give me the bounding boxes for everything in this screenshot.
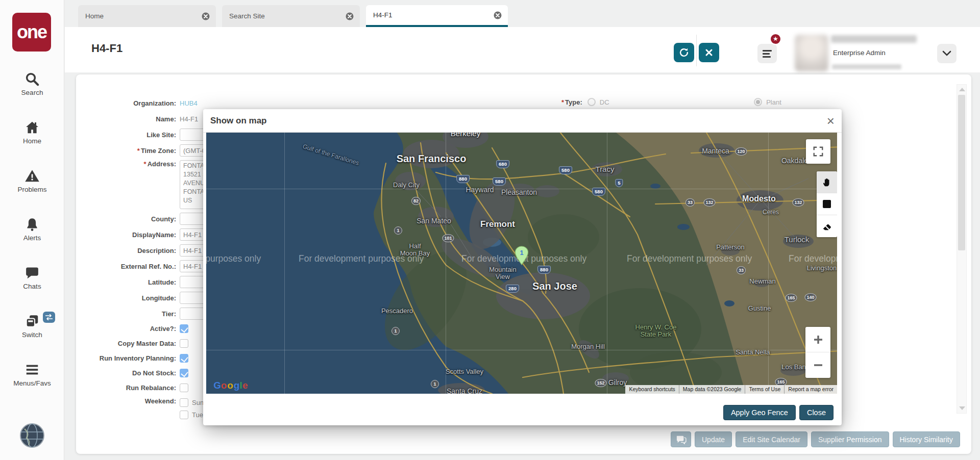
map-fullscreen-button[interactable]	[806, 139, 830, 164]
google-logo[interactable]: Google	[213, 380, 248, 391]
type-option-dc[interactable]: DC	[587, 98, 609, 106]
scroll-down-arrow[interactable]	[959, 406, 965, 410]
bell-icon	[24, 217, 40, 232]
scrollbar-thumb[interactable]	[958, 95, 965, 250]
update-button[interactable]: Update	[695, 431, 732, 447]
sidebar: one SearchHomeProblemsAlertsChatsSwitchM…	[0, 0, 64, 460]
tuesday-checkbox[interactable]	[180, 411, 188, 419]
radio-plant[interactable]	[754, 98, 762, 106]
map-label: Gustine	[748, 305, 771, 312]
tab-close-icon[interactable]	[494, 11, 502, 19]
chevron-down-icon	[942, 50, 951, 57]
switch-icon	[24, 314, 40, 329]
route-shield: 165	[785, 294, 797, 302]
route-shield: 152	[595, 379, 606, 387]
field-row-organization: Organization:HUB4	[82, 97, 255, 109]
comments-button[interactable]	[671, 431, 691, 447]
field-label: *Time Zone:	[82, 147, 176, 155]
sidebar-item-problems[interactable]: Problems	[0, 164, 64, 193]
zoom-out-button[interactable]	[805, 352, 830, 378]
one-network-logo[interactable]: one	[12, 13, 51, 52]
map-gridline	[446, 133, 446, 394]
svg-text:1: 1	[520, 249, 523, 257]
sidebar-item-chats[interactable]: Chats	[0, 261, 64, 290]
hamburger-icon	[762, 48, 773, 59]
field-label: Run Inventory Planning:	[82, 354, 176, 362]
sidebar-item-alerts[interactable]: Alerts	[0, 213, 64, 242]
attribution-link[interactable]: Map data ©2023 Google	[679, 385, 745, 394]
map-label: Modesto	[742, 194, 776, 203]
sunday-checkbox[interactable]	[180, 398, 188, 407]
notifications-menu-button[interactable]	[757, 44, 777, 63]
map-watermark: For development purposes only	[627, 253, 752, 264]
route-shield: 132	[792, 198, 804, 207]
map-label: Newman	[749, 278, 775, 285]
user-org-redacted	[832, 64, 901, 69]
search-icon	[24, 71, 40, 87]
name-value: H4-F1	[180, 115, 198, 123]
dialog-footer: Apply Geo Fence Close	[203, 394, 842, 425]
copy-master-data-checkbox[interactable]	[180, 339, 188, 348]
map-gridline	[284, 133, 285, 394]
edit-site-calendar-button[interactable]: Edit Site Calendar	[736, 431, 807, 447]
scroll-up-arrow[interactable]	[959, 88, 965, 91]
map-label: Daly City	[393, 182, 420, 189]
attribution-link[interactable]: Terms of Use	[745, 385, 784, 394]
globe-avatar-icon[interactable]	[19, 423, 45, 448]
dialog-close-button[interactable]: Close	[799, 405, 834, 420]
map-marker-1[interactable]: 1	[514, 246, 529, 265]
fullscreen-icon	[813, 146, 824, 157]
sidebar-item-search[interactable]: Search	[0, 67, 64, 96]
map-label: San Jose	[532, 280, 577, 292]
refresh-button[interactable]	[674, 43, 694, 62]
user-name-redacted	[831, 35, 917, 43]
tab-home[interactable]: Home	[78, 5, 216, 27]
run-inventory-planning-checkbox[interactable]	[180, 354, 188, 363]
close-page-button[interactable]	[699, 43, 719, 62]
supplier-permission-button[interactable]: Supplier Permission	[811, 431, 889, 447]
active-checkbox[interactable]	[180, 324, 188, 333]
draw-rectangle-tool[interactable]	[817, 193, 837, 215]
dialog-close-icon[interactable]: ×	[827, 116, 835, 126]
attribution-link[interactable]: Report a map error	[784, 385, 837, 394]
do-not-stock-checkbox[interactable]	[180, 369, 188, 377]
sidebar-item-menus-favs[interactable]: Menus/Favs	[0, 358, 64, 387]
organization-link[interactable]: HUB4	[180, 99, 198, 107]
tab-close-icon[interactable]	[346, 12, 354, 20]
field-label: Weekend:	[82, 397, 176, 405]
map-label: Santa Cruz	[447, 388, 482, 394]
tab-h4-f1[interactable]: H4-F1	[366, 5, 508, 27]
field-label: Do Not Stock:	[82, 369, 176, 377]
sidebar-item-switch[interactable]: Switch	[0, 310, 64, 339]
route-shield: 132	[703, 198, 715, 207]
chat-icon	[24, 265, 40, 280]
field-label: Organization:	[82, 99, 176, 107]
history-similarity-button[interactable]: History Similarity	[893, 431, 960, 447]
plus-icon	[813, 335, 823, 345]
apply-geo-fence-button[interactable]: Apply Geo Fence	[723, 405, 796, 420]
interstate-shield: 580	[592, 188, 605, 196]
rectangle-icon	[822, 199, 832, 209]
interstate-shield: 280	[506, 285, 519, 293]
sidebar-item-home[interactable]: Home	[0, 116, 64, 145]
field-label: *Address:	[82, 160, 176, 168]
user-avatar[interactable]	[795, 35, 828, 71]
vertical-scrollbar[interactable]	[957, 84, 967, 414]
zoom-in-button[interactable]	[805, 327, 830, 352]
user-menu-chevron-button[interactable]	[937, 44, 957, 63]
map-label: Manteca	[702, 147, 729, 155]
type-option-plant[interactable]: Plant	[754, 98, 781, 106]
hand-icon	[821, 176, 832, 188]
tab-search-site[interactable]: Search Site	[222, 5, 360, 27]
google-map[interactable]: For development purposes onlyFor develop…	[206, 133, 837, 394]
sidebar-item-label: Alerts	[23, 234, 41, 242]
pan-hand-tool[interactable]	[817, 171, 837, 193]
radio-dc[interactable]	[587, 98, 596, 106]
tab-close-icon[interactable]	[202, 12, 210, 20]
erase-tool[interactable]	[817, 215, 837, 237]
attribution-link[interactable]: Keyboard shortcuts	[625, 385, 678, 394]
map-label: Santa Nella	[736, 349, 770, 356]
route-shield: 33	[685, 198, 695, 207]
eraser-icon	[821, 221, 832, 232]
run-rebalance-checkbox[interactable]	[180, 384, 188, 392]
